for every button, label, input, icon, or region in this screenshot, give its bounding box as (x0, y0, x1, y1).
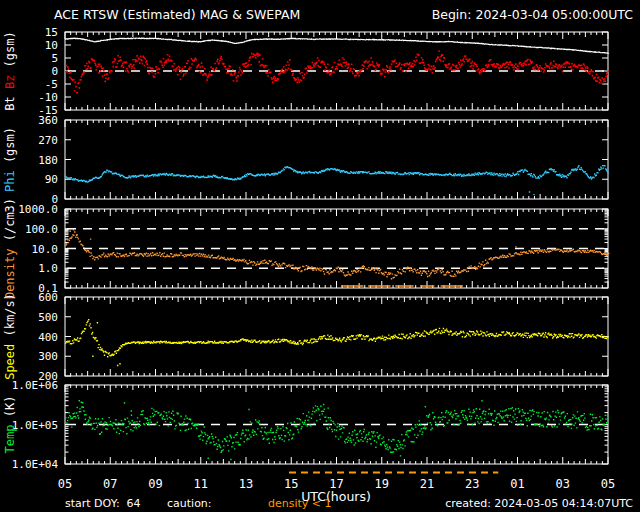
series-phi (65, 122, 609, 194)
caution-label: caution: (167, 497, 212, 510)
xtick-label: 07 (103, 477, 117, 491)
plot-canvas: 151050-5-10-15Bt Bz (gsm)360270180900Phi… (0, 0, 640, 512)
xtick-label: 03 (556, 477, 570, 491)
ace-rtsw-plot: ACE RTSW (Estimated) MAG & SWEPAM Begin:… (0, 0, 640, 512)
ylabel-speed: Speed (km/s) (3, 293, 17, 380)
xtick-label: 19 (375, 477, 389, 491)
panel-bt-bz: 151050-5-10-15Bt Bz (gsm) (3, 26, 609, 117)
ytick-label-bt-bz: -5 (45, 78, 58, 91)
xtick-label: 13 (239, 477, 253, 491)
created-timestamp: created: 2024-03-05 04:14:07UTC (445, 497, 633, 510)
series-temp (65, 401, 609, 460)
ytick-label-phi: 180 (38, 154, 58, 167)
panel-density: 1000.0100.010.01.00.1Density (/cm3) (3, 198, 609, 299)
xtick-label: 01 (510, 477, 524, 491)
ylabel-phi: Phi (gsm) (3, 127, 17, 192)
xtick-label: 23 (465, 477, 479, 491)
ytick-label-density: 100.0 (25, 223, 58, 236)
series-bz (65, 51, 609, 92)
ylabel-temp: Temp (K) (3, 396, 17, 454)
xtick-label: 21 (420, 477, 434, 491)
ytick-label-bt-bz: 10 (45, 39, 58, 52)
ylabel-bt-bz: Bt Bz (gsm) (3, 31, 17, 111)
caution-value: density < 1 (268, 497, 332, 510)
ytick-label-speed: 400 (38, 331, 58, 344)
ytick-label-temp: 1.0E+05 (12, 419, 58, 432)
ytick-label-speed: 500 (38, 311, 58, 324)
ylabel-density: Density (/cm3) (3, 198, 17, 299)
series-density (65, 230, 609, 286)
ytick-label-phi: 90 (45, 173, 58, 186)
series-speed (65, 320, 609, 366)
panel-temp: 1.0E+061.0E+051.0E+04Temp (K) (3, 379, 609, 471)
xtick-label: 09 (148, 477, 162, 491)
ytick-label-bt-bz: 0 (51, 65, 58, 78)
series-bt (65, 38, 609, 53)
xtick-label: 15 (284, 477, 298, 491)
ytick-label-phi: 360 (38, 114, 58, 127)
ytick-label-density: 1.0 (38, 262, 58, 275)
ytick-label-bt-bz: 15 (45, 26, 58, 39)
xtick-label: 05 (58, 477, 72, 491)
ytick-label-density: 1000.0 (18, 203, 58, 216)
ytick-label-speed: 600 (38, 291, 58, 304)
start-doy-label: start DOY: 64 (65, 497, 141, 510)
ytick-label-temp: 1.0E+04 (12, 458, 59, 471)
ytick-label-bt-bz: -10 (38, 91, 58, 104)
xtick-label: 05 (601, 477, 615, 491)
ytick-label-phi: 270 (38, 134, 58, 147)
ytick-label-bt-bz: 5 (51, 52, 58, 65)
ytick-label-temp: 1.0E+06 (12, 379, 58, 392)
panel-speed: 600500400300200Speed (km/s) (3, 291, 609, 383)
ytick-label-speed: 300 (38, 350, 58, 363)
panel-phi: 360270180900Phi (gsm) (3, 114, 609, 206)
xtick-label: 11 (194, 477, 208, 491)
ytick-label-density: 10.0 (32, 243, 59, 256)
